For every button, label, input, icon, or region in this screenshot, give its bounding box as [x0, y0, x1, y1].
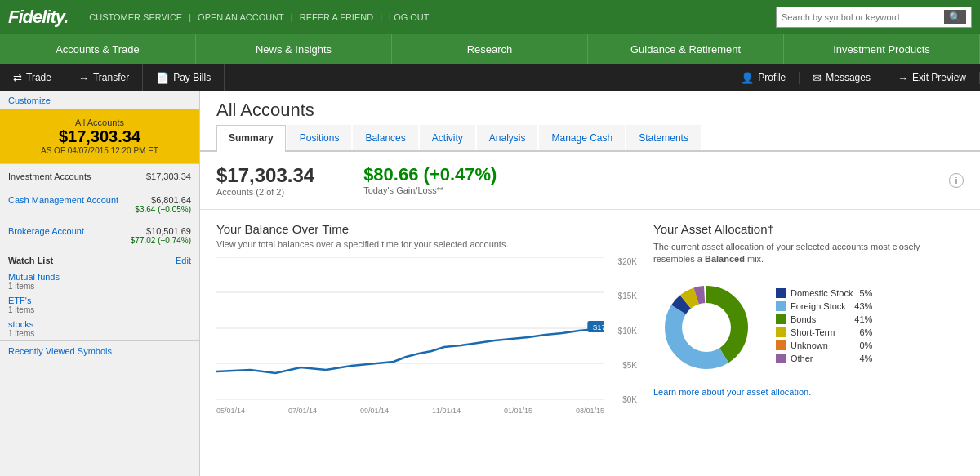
investment-accounts-label: Investment Accounts: [8, 171, 91, 181]
sep1: |: [189, 12, 191, 22]
nav-news-insights[interactable]: News & Insights: [196, 34, 392, 64]
tab-analysis[interactable]: Analysis: [477, 125, 538, 150]
mutual-funds-count: 1 items: [8, 282, 191, 291]
nav-accounts-trade[interactable]: Accounts & Trade: [0, 34, 196, 64]
stocks-link[interactable]: stocks: [8, 319, 191, 329]
line-chart-svg: $17K: [216, 257, 604, 400]
pay-bills-button[interactable]: 📄 Pay Bills: [143, 64, 225, 91]
customer-service-link[interactable]: CUSTOMER SERVICE: [89, 12, 182, 22]
nav-investment-products[interactable]: Investment Products: [784, 34, 980, 64]
profile-label: Profile: [758, 72, 786, 83]
stocks-count: 1 items: [8, 329, 191, 338]
page-title-bar: All Accounts: [200, 91, 980, 125]
all-accounts-amount: $17,303.34: [11, 127, 188, 146]
tab-statements[interactable]: Statements: [626, 125, 701, 150]
sep3: |: [380, 12, 382, 22]
tab-balances[interactable]: Balances: [353, 125, 417, 150]
investment-accounts-row: Investment Accounts $17,303.34: [8, 169, 191, 184]
x-label-6: 03/01/15: [576, 407, 604, 415]
summary-gain-label: Today's Gain/Loss**: [363, 185, 497, 195]
transfer-button[interactable]: ↔ Transfer: [65, 64, 143, 91]
y-label-20k: $20K: [604, 257, 637, 266]
tab-summary[interactable]: Summary: [216, 125, 286, 152]
domestic-pct: 5%: [859, 288, 872, 298]
foreign-color: [776, 301, 786, 311]
balance-chart-title: Your Balance Over Time: [216, 222, 637, 236]
x-label-2: 07/01/14: [288, 407, 317, 415]
all-accounts-asof: AS OF 04/07/2015 12:20 PM ET: [11, 146, 188, 155]
brokerage-account-amount: $10,501.69: [131, 226, 191, 236]
unknown-label: Unknown: [791, 340, 853, 350]
watch-list-edit[interactable]: Edit: [176, 256, 191, 265]
y-label-10k: $10K: [604, 327, 637, 336]
cash-account-amount: $6,801.64: [135, 195, 191, 205]
top-links: CUSTOMER SERVICE | OPEN AN ACCOUNT | REF…: [82, 12, 776, 22]
cash-account-name[interactable]: Cash Management Account: [8, 195, 118, 214]
alloc-desc-text: The current asset allocation of your sel…: [653, 242, 920, 264]
watch-stocks: stocks 1 items: [0, 317, 199, 340]
donut-chart-svg: [653, 274, 760, 380]
top-bar: Fidelity. CUSTOMER SERVICE | OPEN AN ACC…: [0, 0, 980, 34]
alloc-content: Domestic Stock 5% Foreign Stock 43% Bond…: [653, 274, 964, 380]
unknown-color: [776, 340, 786, 350]
tab-positions[interactable]: Positions: [287, 125, 352, 150]
legend-bonds: Bonds 41%: [776, 314, 872, 324]
profile-icon: 👤: [741, 72, 754, 84]
legend-foreign: Foreign Stock 43%: [776, 301, 872, 311]
x-label-3: 09/01/14: [360, 407, 389, 415]
svg-point-12: [682, 303, 731, 352]
other-pct: 4%: [859, 354, 872, 363]
legend-other: Other 4%: [776, 354, 872, 363]
exit-preview-label: Exit Preview: [912, 72, 966, 83]
info-button[interactable]: i: [949, 173, 964, 188]
all-accounts-label: All Accounts: [11, 118, 188, 127]
short-term-color: [776, 327, 786, 337]
short-term-label: Short-Term: [791, 327, 853, 337]
tabs: Summary Positions Balances Activity Anal…: [200, 125, 980, 152]
pay-bills-icon: 📄: [156, 72, 169, 84]
content: All Accounts Summary Positions Balances …: [200, 91, 980, 476]
brokerage-account-name[interactable]: Brokerage Account: [8, 226, 84, 245]
profile-button[interactable]: 👤 Profile: [728, 72, 800, 84]
recently-viewed-link[interactable]: Recently Viewed Symbols: [8, 346, 112, 356]
page-title: All Accounts: [216, 100, 964, 121]
messages-button[interactable]: ✉ Messages: [800, 72, 884, 84]
refer-friend-link[interactable]: REFER A FRIEND: [300, 12, 373, 22]
summary-accounts-label: Accounts (2 of 2): [216, 187, 314, 197]
mutual-funds-link[interactable]: Mutual funds: [8, 272, 191, 282]
balance-chart: Your Balance Over Time View your total b…: [216, 222, 637, 415]
pay-bills-label: Pay Bills: [173, 72, 211, 83]
balance-chart-sub: View your total balances over a specifie…: [216, 239, 637, 249]
alloc-mix-type: Balanced: [705, 254, 745, 264]
other-label: Other: [791, 354, 853, 363]
alloc-learn-more[interactable]: Learn more about your asset allocation.: [653, 387, 964, 397]
x-label-1: 05/01/14: [216, 407, 245, 415]
recently-viewed: Recently Viewed Symbols: [0, 340, 199, 361]
watch-etfs: ETF's 1 items: [0, 293, 199, 317]
legend-short-term: Short-Term 6%: [776, 327, 872, 337]
foreign-pct: 43%: [854, 301, 872, 311]
nav-guidance-retirement[interactable]: Guidance & Retirement: [588, 34, 784, 64]
nav-research[interactable]: Research: [392, 34, 588, 64]
exit-icon: →: [898, 72, 908, 84]
trade-icon: ⇄: [13, 72, 22, 84]
brokerage-account-gain: $77.02 (+0.74%): [131, 236, 191, 245]
bonds-color: [776, 314, 786, 324]
open-account-link[interactable]: OPEN AN ACCOUNT: [198, 12, 284, 22]
exit-preview-button[interactable]: → Exit Preview: [884, 72, 980, 84]
y-label-15k: $15K: [604, 291, 637, 300]
search-input[interactable]: [782, 12, 944, 22]
summary-gain-section: $80.66 (+0.47%) Today's Gain/Loss**: [363, 164, 497, 197]
logout-link[interactable]: LOG OUT: [389, 12, 430, 22]
tab-manage-cash[interactable]: Manage Cash: [539, 125, 625, 150]
tab-activity[interactable]: Activity: [420, 125, 475, 150]
customize-link[interactable]: Customize: [0, 91, 199, 109]
trade-button[interactable]: ⇄ Trade: [0, 64, 65, 91]
brokerage-account: Brokerage Account $10,501.69 $77.02 (+0.…: [0, 220, 199, 251]
alloc-desc: The current asset allocation of your sel…: [653, 241, 964, 266]
search-button[interactable]: 🔍: [944, 10, 966, 24]
domestic-label: Domestic Stock: [791, 288, 853, 298]
transfer-icon: ↔: [78, 72, 89, 84]
etfs-link[interactable]: ETF's: [8, 296, 191, 305]
sub-nav: ⇄ Trade ↔ Transfer 📄 Pay Bills 👤 Profile…: [0, 64, 980, 91]
